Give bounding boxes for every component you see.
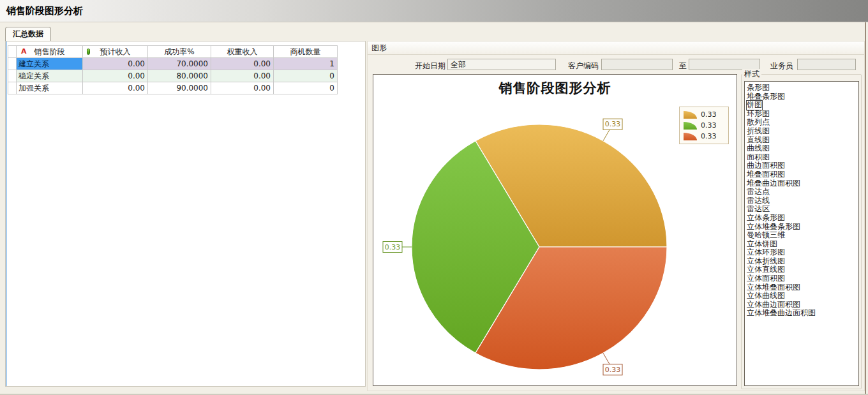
cell-opportunity-count[interactable]: 0 [274,82,338,94]
chart-legend: 0.330.330.33 [679,107,729,144]
table-row: 稳定关系 0.00 80.0000 0.00 0 [8,70,338,82]
column-header-stage[interactable]: A 销售阶段 [17,46,83,58]
style-option-label: 立体堆叠曲边面积图 [747,309,816,318]
row-selector[interactable] [8,58,17,70]
style-option-label: 立体直线图 [747,265,785,274]
style-option-label: 立体堆叠面积图 [747,283,800,292]
style-option-label: 立体面积图 [747,274,785,283]
style-option[interactable]: 面积图 [747,153,858,162]
style-option[interactable]: 堆叠曲边面积图 [747,179,858,188]
style-option[interactable]: 折线图 [747,127,858,136]
column-header-label: 成功率% [164,47,194,56]
row-selector[interactable] [8,82,17,94]
column-header-success-rate[interactable]: 成功率% [148,46,211,58]
style-option[interactable]: 散列点 [747,118,858,127]
style-option-label: 条形图 [747,84,770,93]
table-row: 加强关系 0.00 90.0000 0.00 0 [8,82,338,94]
style-option-label: 折线图 [747,127,770,136]
salesman-input[interactable] [797,59,856,70]
cell-expected-income[interactable]: 0.00 [83,58,148,70]
start-date-input[interactable] [447,59,556,70]
style-option-label: 立体环形图 [747,248,785,257]
style-option[interactable]: 立体曲边面积图 [747,301,858,309]
style-option-label: 立体饼图 [747,240,777,249]
window-titlebar: 销售阶段图形分析 [0,0,868,22]
style-option[interactable]: 曼哈顿三维 [747,231,858,240]
column-header-weighted-income[interactable]: 权重收入 [211,46,274,58]
cell-weighted-income[interactable]: 0.00 [211,82,274,94]
customer-code-label: 客户编码 [563,61,599,71]
summary-table-panel: A 销售阶段 预计收入 成功率% 权重收入 商机数量 建立关系 0.00 70.… [5,41,366,387]
style-option-label: 堆叠面积图 [747,170,785,179]
cell-stage[interactable]: 建立关系 [17,58,83,70]
legend-value: 0.33 [701,132,717,140]
style-option[interactable]: 条形图 [747,84,858,93]
cell-stage[interactable]: 稳定关系 [17,70,83,82]
style-option[interactable]: 曲线图 [747,144,858,153]
style-option-label: 立体折线图 [747,257,785,266]
legend-item: 0.33 [684,120,724,131]
cell-opportunity-count[interactable]: 0 [274,70,338,82]
column-header-expected-income[interactable]: 预计收入 [83,46,148,58]
row-selector-header[interactable] [8,46,17,58]
legend-item: 0.33 [684,109,724,120]
style-option[interactable]: 立体堆叠条形图 [747,223,858,232]
callout-label-value: 0.33 [385,243,401,251]
cell-success-rate[interactable]: 90.0000 [148,82,211,94]
style-option[interactable]: 饼图 [747,101,858,110]
window-right-border [865,22,866,395]
graph-panel-header: 图形 [368,41,864,55]
style-option[interactable]: 曲边面积图 [747,161,858,170]
sort-a-icon: A [21,46,27,57]
style-option[interactable]: 立体环形图 [747,248,858,257]
style-option-label: 散列点 [747,118,770,127]
style-option[interactable]: 立体堆叠面积图 [747,283,858,292]
callout-label-value: 0.33 [605,120,621,128]
cell-weighted-income[interactable]: 0.00 [211,70,274,82]
style-option[interactable]: 环形图 [747,110,858,119]
row-selector[interactable] [8,70,17,82]
style-option-label: 堆叠曲边面积图 [747,179,800,188]
cell-success-rate[interactable]: 80.0000 [148,70,211,82]
style-option[interactable]: 立体饼图 [747,240,858,249]
customer-code-input[interactable] [601,59,673,70]
field-indicator-icon [87,48,90,55]
style-option-label: 环形图 [747,110,770,119]
column-header-opportunity-count[interactable]: 商机数量 [274,46,338,58]
style-option-label: 立体堆叠条形图 [747,223,800,232]
legend-value: 0.33 [701,110,717,119]
tab-summary-data[interactable]: 汇总数据 [5,27,51,41]
style-option[interactable]: 直线图 [747,136,858,145]
style-option[interactable]: 雷达点 [747,188,858,197]
cell-weighted-income[interactable]: 0.00 [211,58,274,70]
style-option[interactable]: 立体曲线图 [747,292,858,301]
cell-success-rate[interactable]: 70.0000 [148,58,211,70]
table-row: 建立关系 0.00 70.0000 0.00 1 [8,58,338,70]
style-option[interactable]: 雷达区 [747,205,858,214]
style-option-label: 立体曲线图 [747,292,785,301]
style-option[interactable]: 堆叠面积图 [747,170,858,179]
page-title: 销售阶段图形分析 [6,5,83,17]
column-header-label: 商机数量 [290,47,321,56]
table-header-row: A 销售阶段 预计收入 成功率% 权重收入 商机数量 [8,46,338,58]
style-option[interactable]: 雷达线 [747,197,858,205]
cell-expected-income[interactable]: 0.00 [83,82,148,94]
cell-opportunity-count[interactable]: 1 [274,58,338,70]
style-option-label: 饼图 [747,101,762,110]
style-option[interactable]: 立体折线图 [747,257,858,266]
panel-edge-accent [6,41,7,386]
legend-value: 0.33 [701,121,717,130]
style-option[interactable]: 立体堆叠曲边面积图 [747,309,858,318]
callout-label-value: 0.33 [605,366,621,374]
style-option[interactable]: 立体直线图 [747,265,858,274]
legend-swatch-icon [684,133,697,140]
style-option[interactable]: 堆叠条形图 [747,93,858,101]
cell-expected-income[interactable]: 0.00 [83,70,148,82]
cell-stage[interactable]: 加强关系 [17,82,83,94]
style-option[interactable]: 立体条形图 [747,214,858,223]
chart-area: 销售阶段图形分析 0.330.330.33 0.330.330.33 [373,74,737,386]
legend-swatch-icon [684,122,697,130]
style-option[interactable]: 立体面积图 [747,274,858,283]
tab-label: 汇总数据 [13,29,43,38]
style-option-label: 雷达线 [747,197,770,205]
